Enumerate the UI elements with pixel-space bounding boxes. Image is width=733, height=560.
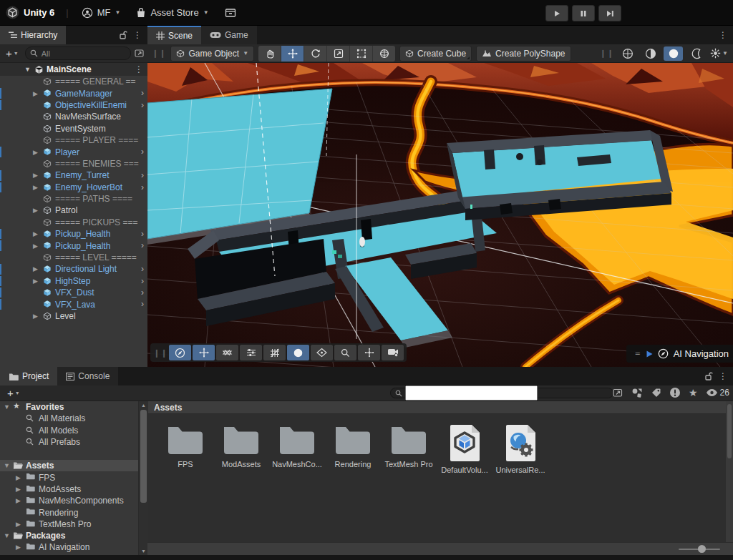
- asset-file-item[interactable]: DefaultVolu...: [437, 424, 492, 474]
- project-search[interactable]: [390, 388, 613, 398]
- prefab-chevron-icon[interactable]: ›: [141, 240, 144, 250]
- collapse-arrow-icon[interactable]: ▼: [4, 462, 10, 469]
- asset-file-item[interactable]: UniversalRe...: [493, 424, 548, 474]
- favorites-filter-icon[interactable]: ★: [689, 387, 698, 398]
- archive-button[interactable]: [219, 4, 242, 22]
- play-button[interactable]: [545, 5, 568, 21]
- scale-tool-button[interactable]: [327, 46, 350, 62]
- pivot-handle-button[interactable]: [358, 345, 380, 360]
- camera-settings-button[interactable]: [382, 345, 404, 360]
- hierarchy-item[interactable]: NavMeshSurface: [0, 111, 147, 122]
- expand-arrow-icon[interactable]: ▶: [16, 521, 21, 528]
- lighting-toggle[interactable]: [664, 46, 683, 61]
- hierarchy-item-prefab[interactable]: ▶ Enemy_Turret ›: [0, 170, 147, 181]
- wire-sphere-toggle[interactable]: [618, 46, 637, 61]
- expand-arrow-icon[interactable]: ▶: [16, 474, 21, 481]
- prefab-chevron-icon[interactable]: ›: [141, 229, 144, 239]
- rotate-tool-button[interactable]: [304, 46, 327, 62]
- hierarchy-item-prefab[interactable]: ▶ HighStep ›: [0, 275, 147, 287]
- game-object-dropdown[interactable]: Game Object ▼: [170, 46, 254, 62]
- hierarchy-item-section[interactable]: ===== PLAYER ====: [0, 134, 147, 146]
- expand-arrow-icon[interactable]: ▶: [33, 207, 38, 214]
- hierarchy-item[interactable]: ▶ Patrol: [0, 205, 147, 216]
- hierarchy-item-section[interactable]: ===== PICKUPS ===: [0, 217, 147, 228]
- hierarchy-item[interactable]: EventSystem: [0, 123, 147, 134]
- asset-store-menu[interactable]: Asset Store ▼: [130, 4, 214, 22]
- visibility-eye-icon[interactable]: [706, 388, 718, 397]
- toolbar-drag-handle[interactable]: ❙❙: [600, 49, 614, 58]
- open-search-window-icon[interactable]: [135, 49, 145, 58]
- hierarchy-item-prefab[interactable]: VFX_Dust ›: [0, 287, 147, 298]
- prefab-chevron-icon[interactable]: ›: [141, 100, 144, 110]
- collapse-arrow-icon[interactable]: ▼: [4, 403, 10, 411]
- prefab-chevron-icon[interactable]: ›: [141, 182, 144, 192]
- audio-toggle[interactable]: [686, 46, 706, 61]
- scene-menu-icon[interactable]: ⋮: [135, 64, 143, 74]
- prefab-chevron-icon[interactable]: ›: [141, 170, 144, 180]
- unlock-icon[interactable]: [705, 372, 713, 380]
- tab-project[interactable]: Project: [0, 367, 57, 385]
- hierarchy-add-button[interactable]: +▼: [3, 47, 21, 59]
- account-menu[interactable]: MF ▼: [76, 4, 127, 22]
- expand-arrow-icon[interactable]: ▶: [16, 497, 21, 504]
- hierarchy-search-input[interactable]: [40, 49, 126, 59]
- packages-root[interactable]: ▼ Packages: [0, 530, 147, 541]
- favorites-root[interactable]: ▼ ★ Favorites: [0, 401, 147, 413]
- folder-row[interactable]: ▶ NavMeshComponents: [0, 495, 147, 506]
- asset-folder-item[interactable]: TextMesh Pro: [382, 424, 436, 474]
- important-filter-icon[interactable]: [669, 387, 681, 398]
- create-cube-button[interactable]: Create Cube: [399, 46, 472, 62]
- toolbar-drag-handle[interactable]: ❙❙: [152, 49, 166, 58]
- hierarchy-item-prefab[interactable]: ▶ GameManager ›: [0, 87, 147, 99]
- effects-dropdown[interactable]: ▼: [709, 46, 729, 61]
- scene-menu-icon[interactable]: ⋮: [719, 30, 727, 40]
- expand-arrow-icon[interactable]: ▶: [33, 149, 38, 156]
- favorites-item[interactable]: All Materials: [0, 413, 147, 424]
- scroll-down-icon[interactable]: ▼: [141, 549, 146, 554]
- tab-hierarchy[interactable]: Hierarchy: [0, 26, 66, 44]
- gizmo-prism-button[interactable]: [311, 345, 333, 360]
- thumbnail-zoom-knob[interactable]: [698, 545, 706, 553]
- pause-button[interactable]: [572, 5, 595, 21]
- folder-row[interactable]: ▶ FPS: [0, 471, 147, 483]
- hierarchy-item-prefab[interactable]: ObjectiveKillEnemi ›: [0, 99, 147, 111]
- folder-row[interactable]: Rendering: [0, 506, 147, 518]
- transform-tool-button[interactable]: [373, 46, 395, 62]
- project-search-input[interactable]: [405, 385, 538, 401]
- hierarchy-item-prefab[interactable]: ▶ Enemy_HoverBot ›: [0, 182, 147, 193]
- hierarchy-item-prefab[interactable]: ▶ Directional Light ›: [0, 263, 147, 275]
- move-overlay-button[interactable]: [193, 345, 215, 360]
- overlay-drag-handle[interactable]: ❙❙: [153, 348, 168, 358]
- package-filter-icon[interactable]: [631, 388, 643, 398]
- hand-tool-button[interactable]: [258, 46, 281, 62]
- hierarchy-search[interactable]: [25, 46, 131, 60]
- open-search-window-icon[interactable]: [613, 388, 623, 398]
- hierarchy-item-section[interactable]: ===== PATHS ====: [0, 193, 147, 205]
- prefab-chevron-icon[interactable]: ›: [141, 288, 144, 298]
- expand-arrow-icon[interactable]: ▶: [33, 313, 38, 320]
- prefab-chevron-icon[interactable]: ›: [141, 264, 144, 274]
- grid-scrollbar[interactable]: [726, 401, 733, 542]
- expand-arrow-icon[interactable]: ▶: [33, 184, 38, 191]
- project-menu-icon[interactable]: ⋮: [719, 371, 727, 381]
- grid-visibility-button[interactable]: [263, 345, 286, 360]
- prefab-chevron-icon[interactable]: ›: [141, 276, 144, 286]
- scene-camera-button[interactable]: [216, 345, 238, 360]
- expand-arrow-icon[interactable]: ▶: [33, 172, 38, 179]
- hierarchy-item-prefab[interactable]: ▶ Pickup_Health ›: [0, 240, 147, 251]
- search-scene-button[interactable]: [334, 345, 356, 360]
- collapse-arrow-icon[interactable]: ▼: [4, 532, 10, 539]
- lighting-sphere-button[interactable]: [287, 345, 309, 360]
- hierarchy-scene-row[interactable]: ▼ MainScene ⋮: [0, 63, 147, 76]
- move-tool-button[interactable]: [281, 46, 304, 62]
- step-button[interactable]: [598, 5, 621, 21]
- tab-game[interactable]: Game: [201, 26, 257, 44]
- prefab-chevron-icon[interactable]: ›: [141, 299, 144, 309]
- overlay-drag-handle[interactable]: ＝: [634, 348, 641, 360]
- collapse-arrow-icon[interactable]: ▼: [24, 66, 31, 73]
- asset-folder-item[interactable]: ModAssets: [214, 424, 268, 474]
- folder-row[interactable]: ▶ ModAssets: [0, 483, 147, 495]
- expand-arrow-icon[interactable]: ▶: [33, 277, 38, 285]
- favorites-item[interactable]: All Prefabs: [0, 436, 147, 448]
- expand-arrow-icon[interactable]: ▶: [33, 265, 38, 272]
